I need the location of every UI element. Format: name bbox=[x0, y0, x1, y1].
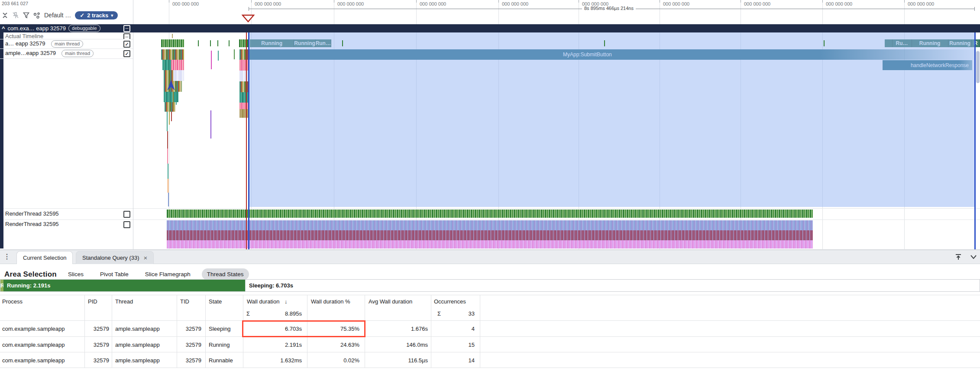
flame-slice-thin[interactable] bbox=[169, 112, 170, 125]
col-header-wall-duration-pct[interactable]: Wall duration % bbox=[311, 298, 350, 305]
ruler-tick-label: 000 000 000 bbox=[744, 1, 770, 6]
track-checkbox-mixed[interactable]: ─ bbox=[123, 33, 130, 39]
cell-occurrences: 4 bbox=[437, 326, 475, 332]
cell-pid: 32579 bbox=[87, 342, 109, 348]
group-checkbox-mixed[interactable]: ─ bbox=[123, 25, 130, 32]
view-tab-thread-states[interactable]: Thread States bbox=[202, 268, 249, 280]
selection-arrow-marker bbox=[167, 80, 175, 91]
caret-down-icon: ▾ bbox=[111, 13, 113, 18]
sort-descending-icon[interactable]: ↓ bbox=[285, 298, 288, 305]
thread-state-tick[interactable] bbox=[604, 40, 605, 46]
workspace-selector[interactable]: Default … bbox=[44, 12, 71, 19]
flame-slice-thin[interactable] bbox=[167, 148, 168, 164]
flame-slices-decoration[interactable] bbox=[161, 49, 184, 60]
thread-state-tick[interactable] bbox=[210, 40, 211, 46]
flame-slices-decoration[interactable] bbox=[171, 60, 184, 70]
track-divider bbox=[0, 219, 980, 220]
flame-slice-thin[interactable] bbox=[176, 92, 177, 105]
row-separator bbox=[0, 336, 980, 337]
debuggable-badge: debuggable bbox=[68, 25, 100, 32]
vertical-scrollbar-thumb[interactable] bbox=[976, 51, 980, 83]
track-checkbox-checked[interactable]: ✓ bbox=[123, 50, 130, 57]
col-header-wall-duration[interactable]: Wall duration ↓ bbox=[247, 298, 288, 305]
flame-slice-thin[interactable] bbox=[167, 131, 168, 148]
flame-slice-thin[interactable] bbox=[211, 51, 212, 69]
col-header-state[interactable]: State bbox=[209, 298, 222, 305]
cell-tid: 32579 bbox=[178, 342, 201, 348]
track-name: RenderThread 32595 bbox=[5, 221, 59, 227]
track-checkbox-unchecked[interactable] bbox=[123, 211, 130, 218]
cell-wall-duration-pct: 24.63% bbox=[312, 342, 359, 348]
tab-standalone-query[interactable]: Standalone Query (33) × bbox=[76, 251, 154, 264]
view-tab-slice-flamegraph[interactable]: Slice Flamegraph bbox=[140, 268, 196, 280]
flame-slice-thin[interactable] bbox=[234, 49, 235, 59]
renderthread-flame-decoration[interactable] bbox=[167, 230, 813, 240]
thread-state-tick[interactable] bbox=[198, 40, 199, 46]
ruler-tick bbox=[579, 0, 579, 3]
track-name: RenderThread 32595 bbox=[5, 210, 59, 217]
ruler-tick bbox=[334, 0, 334, 3]
col-header-thread[interactable]: Thread bbox=[115, 298, 133, 305]
process-group-header[interactable]: ^ com.exa… eapp 32579 debuggable ─ bbox=[0, 24, 980, 32]
area-selection-overlay[interactable] bbox=[249, 32, 975, 207]
thread-state-running-cluster[interactable] bbox=[161, 39, 184, 47]
flame-slice-thin[interactable] bbox=[218, 51, 219, 61]
chevron-down-icon[interactable] bbox=[970, 255, 977, 260]
main-thread-badge: main thread bbox=[51, 40, 83, 48]
summary-segment-running[interactable]: Running: 2.191s bbox=[3, 280, 245, 291]
flame-slice-thin[interactable] bbox=[168, 179, 168, 193]
flame-slices-decoration[interactable] bbox=[165, 102, 175, 112]
track-row-actual-timeline[interactable]: Actual Timeline ─ bbox=[3, 32, 133, 39]
cell-state: Runnable bbox=[209, 357, 233, 364]
track-row-render-thread-2[interactable]: RenderThread 32595 bbox=[3, 220, 133, 229]
summary-segment-runnable[interactable]: R bbox=[0, 280, 3, 291]
flame-slice-thin[interactable] bbox=[168, 193, 169, 206]
chevron-up-icon[interactable]: ^ bbox=[2, 25, 5, 32]
col-header-tid[interactable]: TID bbox=[180, 298, 189, 305]
col-header-occurrences[interactable]: Occurrences bbox=[434, 298, 466, 305]
thread-state-tick[interactable] bbox=[229, 40, 230, 46]
renderthread-flame-decoration[interactable] bbox=[167, 240, 813, 248]
area-selection-flag-icon[interactable] bbox=[242, 14, 255, 23]
col-header-pid[interactable]: PID bbox=[88, 298, 97, 305]
column-divider bbox=[205, 295, 206, 368]
flame-slice-thin[interactable] bbox=[167, 112, 168, 131]
collapse-panel-icon[interactable] bbox=[954, 253, 962, 261]
flame-slice-thin[interactable] bbox=[168, 164, 168, 179]
filter-icon[interactable] bbox=[23, 12, 29, 19]
col-header-avg-wall-duration[interactable]: Avg Wall duration bbox=[369, 298, 412, 305]
renderthread-slices-decoration[interactable] bbox=[167, 210, 813, 218]
unfold-less-icon[interactable] bbox=[2, 12, 8, 19]
view-tab-slices[interactable]: Slices bbox=[63, 268, 89, 280]
kebab-menu-icon[interactable]: ⋮ bbox=[3, 252, 10, 261]
selection-start-line[interactable] bbox=[248, 32, 249, 249]
selection-end-line[interactable] bbox=[974, 32, 976, 249]
view-tab-pivot-table[interactable]: Pivot Table bbox=[95, 268, 134, 280]
ruler-origin-timestamp: 203 661 027 bbox=[2, 1, 28, 6]
close-icon[interactable]: × bbox=[144, 254, 148, 261]
track-row-render-thread-1[interactable]: RenderThread 32595 bbox=[3, 209, 133, 219]
flame-slice-thin[interactable] bbox=[171, 112, 172, 121]
track-checkbox-unchecked[interactable] bbox=[123, 221, 130, 228]
thread-state-tick[interactable] bbox=[342, 40, 343, 46]
workspace-icon[interactable] bbox=[33, 12, 40, 19]
flame-slice-thin[interactable] bbox=[210, 110, 211, 139]
cell-avg-wall-duration: 1.676s bbox=[372, 326, 428, 332]
col-header-process[interactable]: Process bbox=[2, 298, 23, 305]
thread-state-tick[interactable] bbox=[824, 40, 825, 46]
cell-state: Sleeping bbox=[209, 326, 231, 332]
track-checkbox-checked[interactable]: ✓ bbox=[123, 41, 130, 48]
track-row-main-thread[interactable]: ample…eapp 32579 main thread ✓ bbox=[3, 48, 133, 58]
summary-segment-sleeping[interactable]: Sleeping: 6.703s bbox=[245, 280, 980, 291]
measurement-end-tick bbox=[974, 7, 975, 11]
pin-off-icon[interactable] bbox=[12, 12, 19, 19]
cell-pid: 32579 bbox=[87, 357, 109, 364]
thread-state-tick[interactable] bbox=[217, 40, 218, 46]
tracks-filter-button[interactable]: ✓ 2 tracks ▾ bbox=[75, 11, 118, 19]
section-title: Area Selection bbox=[4, 270, 57, 279]
renderthread-flame-decoration[interactable] bbox=[167, 220, 813, 230]
track-row-thread-state[interactable]: a… eapp 32579 main thread ✓ bbox=[3, 39, 133, 48]
flame-slices-decoration[interactable] bbox=[162, 60, 171, 70]
tab-current-selection[interactable]: Current Selection bbox=[16, 251, 73, 264]
flame-slice-thin[interactable] bbox=[173, 92, 174, 109]
